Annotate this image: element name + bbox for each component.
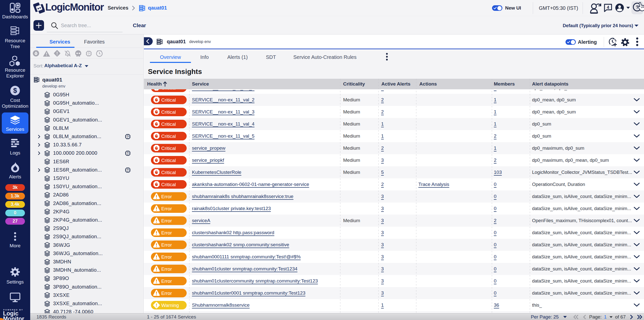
svg-text:?: ? — [127, 135, 129, 139]
svg-text:?: ? — [88, 52, 90, 56]
svg-text:$: $ — [13, 87, 17, 94]
svg-text:?: ? — [127, 152, 129, 155]
svg-text:?: ? — [127, 168, 129, 172]
svg-text:4: 4 — [607, 5, 609, 10]
